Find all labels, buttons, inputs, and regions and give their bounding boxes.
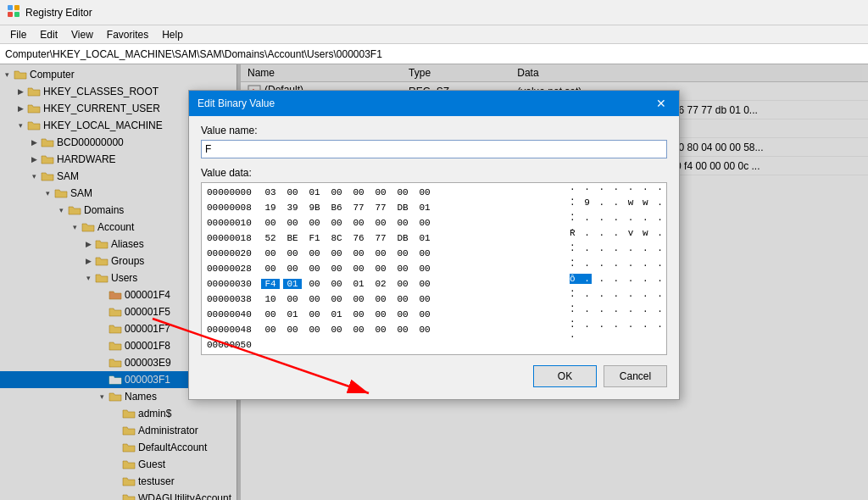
hex-bytes-2[interactable]: 0000000000000000 xyxy=(261,218,563,228)
hex-bytes-5[interactable]: 0000000000000000 xyxy=(261,264,563,274)
hex-byte-0-1[interactable]: 00 xyxy=(283,187,302,197)
hex-bytes-0[interactable]: 0300010000000000 xyxy=(261,187,563,197)
hex-byte-4-4[interactable]: 00 xyxy=(349,248,368,258)
hex-byte-2-1[interactable]: 00 xyxy=(283,218,302,228)
hex-byte-9-1[interactable]: 00 xyxy=(283,325,302,335)
hex-byte-5-2[interactable]: 00 xyxy=(305,264,324,274)
hex-byte-4-2[interactable]: 00 xyxy=(305,248,324,258)
hex-bytes-3[interactable]: 52BEF18C7677DB01 xyxy=(261,233,563,243)
hex-byte-8-5[interactable]: 00 xyxy=(371,309,390,319)
hex-byte-1-3[interactable]: B6 xyxy=(327,203,346,213)
hex-byte-0-7[interactable]: 00 xyxy=(415,187,434,197)
menu-edit[interactable]: Edit xyxy=(33,27,64,42)
hex-byte-7-1[interactable]: 00 xyxy=(283,294,302,304)
hex-byte-4-1[interactable]: 00 xyxy=(283,248,302,258)
menu-favorites[interactable]: Favorites xyxy=(100,27,155,42)
hex-byte-0-0[interactable]: 03 xyxy=(261,187,280,197)
hex-byte-1-5[interactable]: 77 xyxy=(371,203,390,213)
hex-byte-5-5[interactable]: 00 xyxy=(371,264,390,274)
hex-byte-4-6[interactable]: 00 xyxy=(393,248,412,258)
hex-byte-9-6[interactable]: 00 xyxy=(393,325,412,335)
hex-byte-6-6[interactable]: 00 xyxy=(393,279,412,289)
hex-byte-8-7[interactable]: 00 xyxy=(415,309,434,319)
hex-byte-2-2[interactable]: 00 xyxy=(305,218,324,228)
hex-byte-1-0[interactable]: 19 xyxy=(261,203,280,213)
hex-byte-6-1[interactable]: 01 xyxy=(283,279,302,289)
hex-byte-3-6[interactable]: DB xyxy=(393,233,412,243)
menu-view[interactable]: View xyxy=(64,27,100,42)
hex-byte-5-1[interactable]: 00 xyxy=(283,264,302,274)
menu-help[interactable]: Help xyxy=(155,27,190,42)
hex-byte-6-3[interactable]: 00 xyxy=(327,279,346,289)
cancel-button[interactable]: Cancel xyxy=(604,365,667,387)
hex-bytes-8[interactable]: 0001000100000000 xyxy=(261,309,563,319)
value-name-input[interactable] xyxy=(201,140,667,158)
hex-byte-2-6[interactable]: 00 xyxy=(393,218,412,228)
hex-byte-8-3[interactable]: 01 xyxy=(327,309,346,319)
hex-byte-0-3[interactable]: 00 xyxy=(327,187,346,197)
hex-bytes-7[interactable]: 1000000000000000 xyxy=(261,294,563,304)
hex-byte-5-6[interactable]: 00 xyxy=(393,264,412,274)
hex-byte-9-2[interactable]: 00 xyxy=(305,325,324,335)
hex-byte-6-2[interactable]: 00 xyxy=(305,279,324,289)
ok-button[interactable]: OK xyxy=(533,365,597,387)
hex-byte-7-4[interactable]: 00 xyxy=(349,294,368,304)
hex-byte-6-0[interactable]: F4 xyxy=(261,279,280,289)
hex-byte-8-6[interactable]: 00 xyxy=(393,309,412,319)
hex-byte-4-5[interactable]: 00 xyxy=(371,248,390,258)
hex-byte-1-1[interactable]: 39 xyxy=(283,203,302,213)
hex-byte-8-4[interactable]: 00 xyxy=(349,309,368,319)
hex-byte-7-6[interactable]: 00 xyxy=(393,294,412,304)
hex-byte-6-4[interactable]: 01 xyxy=(349,279,368,289)
hex-byte-3-7[interactable]: 01 xyxy=(415,233,434,243)
hex-editor[interactable]: 000000000300010000000000. . . . . . . .0… xyxy=(201,182,667,355)
hex-byte-3-2[interactable]: F1 xyxy=(305,233,324,243)
hex-byte-5-3[interactable]: 00 xyxy=(327,264,346,274)
hex-byte-9-5[interactable]: 00 xyxy=(371,325,390,335)
hex-byte-2-7[interactable]: 00 xyxy=(415,218,434,228)
hex-byte-7-2[interactable]: 00 xyxy=(305,294,324,304)
hex-byte-1-2[interactable]: 9B xyxy=(305,203,324,213)
hex-byte-7-0[interactable]: 10 xyxy=(261,294,280,304)
hex-byte-0-6[interactable]: 00 xyxy=(393,187,412,197)
hex-byte-5-7[interactable]: 00 xyxy=(415,264,434,274)
hex-byte-3-1[interactable]: BE xyxy=(283,233,302,243)
hex-byte-0-5[interactable]: 00 xyxy=(371,187,390,197)
hex-byte-2-0[interactable]: 00 xyxy=(261,218,280,228)
hex-byte-7-3[interactable]: 00 xyxy=(327,294,346,304)
hex-bytes-9[interactable]: 0000000000000000 xyxy=(261,325,563,335)
hex-byte-3-0[interactable]: 52 xyxy=(261,233,280,243)
hex-byte-0-4[interactable]: 00 xyxy=(349,187,368,197)
dialog-close-button[interactable]: ✕ xyxy=(652,94,670,113)
menu-file[interactable]: File xyxy=(3,27,33,42)
hex-byte-1-4[interactable]: 77 xyxy=(349,203,368,213)
hex-byte-8-2[interactable]: 00 xyxy=(305,309,324,319)
hex-byte-8-1[interactable]: 01 xyxy=(283,309,302,319)
hex-byte-1-7[interactable]: 01 xyxy=(415,203,434,213)
hex-byte-8-0[interactable]: 00 xyxy=(261,309,280,319)
hex-byte-3-5[interactable]: 77 xyxy=(371,233,390,243)
hex-byte-2-5[interactable]: 00 xyxy=(371,218,390,228)
hex-byte-9-4[interactable]: 00 xyxy=(349,325,368,335)
hex-byte-4-0[interactable]: 00 xyxy=(261,248,280,258)
hex-byte-9-3[interactable]: 00 xyxy=(327,325,346,335)
hex-byte-0-2[interactable]: 01 xyxy=(305,187,324,197)
hex-byte-5-0[interactable]: 00 xyxy=(261,264,280,274)
hex-byte-6-7[interactable]: 00 xyxy=(415,279,434,289)
hex-byte-5-4[interactable]: 00 xyxy=(349,264,368,274)
hex-bytes-1[interactable]: 19399BB67777DB01 xyxy=(261,203,563,213)
hex-byte-4-3[interactable]: 00 xyxy=(327,248,346,258)
hex-byte-3-4[interactable]: 76 xyxy=(349,233,368,243)
hex-byte-9-0[interactable]: 00 xyxy=(261,325,280,335)
hex-byte-6-5[interactable]: 02 xyxy=(371,279,390,289)
hex-byte-7-7[interactable]: 00 xyxy=(415,294,434,304)
hex-byte-3-3[interactable]: 8C xyxy=(327,233,346,243)
hex-byte-1-6[interactable]: DB xyxy=(393,203,412,213)
hex-byte-4-7[interactable]: 00 xyxy=(415,248,434,258)
hex-bytes-6[interactable]: F401000001020000 xyxy=(261,279,563,289)
hex-byte-7-5[interactable]: 00 xyxy=(371,294,390,304)
hex-bytes-4[interactable]: 0000000000000000 xyxy=(261,248,563,258)
hex-byte-2-3[interactable]: 00 xyxy=(327,218,346,228)
hex-byte-2-4[interactable]: 00 xyxy=(349,218,368,228)
hex-byte-9-7[interactable]: 00 xyxy=(415,325,434,335)
